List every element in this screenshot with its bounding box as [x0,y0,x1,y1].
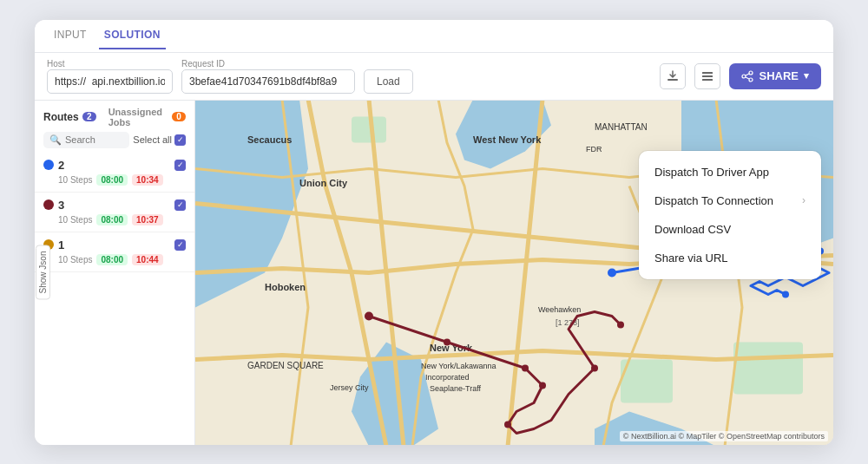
sidebar: Show Json Routes 2 Unassigned Jobs 0 🔍 S… [35,101,195,445]
request-id-input[interactable] [181,69,355,94]
select-all-label: Select all [133,134,172,145]
table-icon-button[interactable] [694,63,720,89]
svg-text:MANHATTAN: MANHATTAN [595,121,648,131]
search-wrap: 🔍 [43,132,129,148]
tabs-bar: INPUT SOLUTION [35,20,833,53]
sidebar-search-row: 🔍 Select all [43,132,186,148]
svg-point-49 [617,321,624,328]
svg-rect-2 [702,75,713,77]
share-label: SHARE [759,69,799,82]
main-content: Show Json Routes 2 Unassigned Jobs 0 🔍 S… [35,101,833,445]
svg-line-7 [746,74,749,75]
svg-point-48 [591,364,598,371]
submenu-chevron-icon: › [802,194,806,206]
svg-rect-16 [621,359,673,402]
svg-point-5 [742,75,746,78]
route-steps: 10 Steps 08:00 10:34 [58,174,186,186]
routes-pill: Routes 2 [43,111,96,123]
export-icon [666,69,680,83]
list-item[interactable]: 1 10 Steps 08:00 10:44 [35,232,194,272]
select-all-checkbox[interactable] [174,134,186,146]
load-button[interactable]: Load [364,69,413,94]
menu-item-dispatch-driver[interactable]: Dispatch To Driver App [639,158,821,186]
request-id-row: Load [181,69,413,94]
svg-line-8 [746,77,749,79]
svg-rect-1 [702,72,713,74]
menu-item-share-url[interactable]: Share via URL [639,244,821,272]
svg-text:New York/Lakawanna: New York/Lakawanna [421,361,496,369]
svg-point-4 [749,71,753,75]
svg-point-46 [539,382,546,389]
route-color-dot [43,199,54,210]
route-item-header: 1 [43,239,186,252]
share-chevron-icon: ▾ [804,70,809,82]
unassigned-count: 0 [172,112,186,121]
host-input[interactable] [47,69,173,94]
menu-item-download-csv[interactable]: Download CSV [639,215,821,244]
svg-text:Seaplane-Traff: Seaplane-Traff [430,383,482,392]
map-attribution: © NextBillion.ai © MapTiler © OpenStreet… [620,431,828,441]
route-checkbox[interactable] [174,199,186,211]
svg-point-42 [782,291,789,297]
app-window: INPUT SOLUTION Host Request ID Load [35,20,833,445]
svg-point-45 [522,364,529,371]
svg-text:Weehawken: Weehawken [538,304,581,313]
export-icon-button[interactable] [660,63,686,89]
select-all-group: Select all [133,134,186,146]
svg-text:Incorporated: Incorporated [425,372,470,381]
host-group: Host [47,59,173,94]
map-area[interactable]: Secaucus Union City West New York MANHAT… [195,101,833,445]
request-id-group: Request ID Load [181,59,413,94]
host-label: Host [47,59,173,69]
svg-point-47 [504,421,511,428]
route-item-header: 3 [43,199,186,212]
route-number: 3 [43,199,64,212]
show-json-button[interactable]: Show Json [36,245,50,300]
svg-text:Jersey City: Jersey City [330,382,369,391]
svg-rect-17 [733,342,803,394]
menu-item-dispatch-connection[interactable]: Dispatch To Connection › [639,186,821,215]
route-color-dot [43,160,54,170]
share-icon [741,70,753,82]
sidebar-header: Routes 2 Unassigned Jobs 0 [35,101,194,132]
route-steps: 10 Steps 08:00 10:37 [58,214,186,225]
tab-solution[interactable]: SOLUTION [99,22,166,49]
svg-rect-3 [702,79,713,81]
search-icon: 🔍 [49,134,62,146]
svg-point-35 [608,268,616,277]
share-button[interactable]: SHARE ▾ [729,63,821,89]
unassigned-pill: Unassigned Jobs 0 [108,107,186,127]
route-list: 2 10 Steps 08:00 10:34 3 [35,153,194,445]
svg-text:GARDEN SQUARE: GARDEN SQUARE [247,360,324,369]
request-id-label: Request ID [181,59,413,69]
svg-rect-0 [667,79,678,81]
toolbar: Host Request ID Load [35,53,833,101]
svg-text:Secaucus: Secaucus [247,134,292,144]
route-number: 2 [43,159,64,172]
route-steps: 10 Steps 08:00 10:44 [58,254,186,265]
svg-text:Union City: Union City [299,177,348,187]
svg-text:Hoboken: Hoboken [265,281,306,291]
list-item[interactable]: 2 10 Steps 08:00 10:34 [35,153,194,193]
route-item-header: 2 [43,159,186,172]
svg-point-6 [749,78,753,82]
routes-label: Routes [43,111,79,123]
svg-text:FDR: FDR [586,144,602,153]
tab-input[interactable]: INPUT [49,22,92,49]
svg-point-43 [365,311,373,320]
dropdown-menu: Dispatch To Driver App Dispatch To Conne… [639,151,821,279]
unassigned-label: Unassigned Jobs [108,107,168,127]
svg-text:West New York: West New York [473,134,542,144]
svg-point-44 [444,338,450,345]
search-input[interactable] [65,134,123,145]
list-item[interactable]: 3 10 Steps 08:00 10:37 [35,193,194,232]
route-checkbox[interactable] [174,160,186,171]
routes-count: 2 [82,112,96,121]
table-icon [700,69,714,83]
route-checkbox[interactable] [174,239,186,251]
